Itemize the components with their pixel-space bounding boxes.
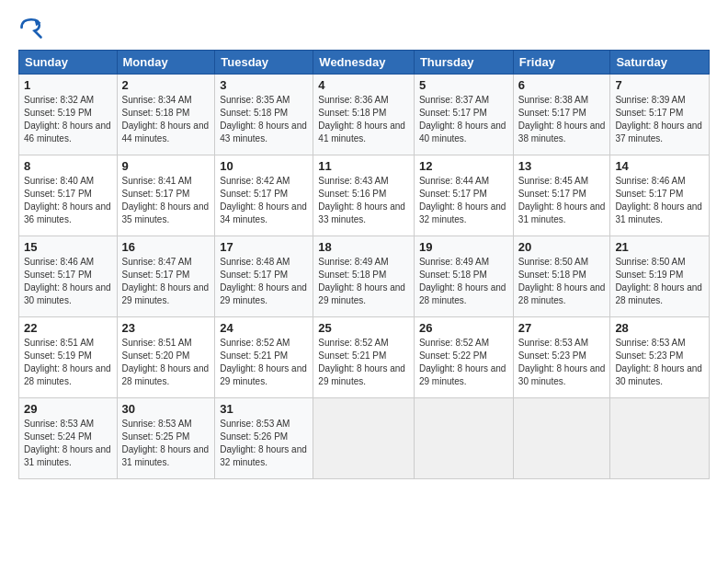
calendar-cell <box>513 398 610 479</box>
day-detail: Sunrise: 8:49 AMSunset: 5:18 PMDaylight:… <box>318 257 405 305</box>
calendar-cell: 8 Sunrise: 8:40 AMSunset: 5:17 PMDayligh… <box>19 155 118 236</box>
day-number: 23 <box>122 321 210 335</box>
day-number: 14 <box>615 159 704 173</box>
day-number: 10 <box>220 159 308 173</box>
calendar-header-friday: Friday <box>513 51 610 75</box>
day-detail: Sunrise: 8:52 AMSunset: 5:21 PMDaylight:… <box>318 338 405 386</box>
calendar-week-3: 15 Sunrise: 8:46 AMSunset: 5:17 PMDaylig… <box>19 236 710 317</box>
day-detail: Sunrise: 8:51 AMSunset: 5:19 PMDaylight:… <box>24 338 111 386</box>
day-detail: Sunrise: 8:51 AMSunset: 5:20 PMDaylight:… <box>122 338 210 386</box>
calendar-cell: 7 Sunrise: 8:39 AMSunset: 5:17 PMDayligh… <box>610 75 710 155</box>
calendar-cell: 21 Sunrise: 8:50 AMSunset: 5:19 PMDaylig… <box>610 236 710 317</box>
day-number: 27 <box>518 321 606 335</box>
calendar-header-monday: Monday <box>117 51 215 75</box>
day-number: 26 <box>419 321 508 335</box>
calendar-cell: 12 Sunrise: 8:44 AMSunset: 5:17 PMDaylig… <box>414 155 513 236</box>
day-detail: Sunrise: 8:41 AMSunset: 5:17 PMDaylight:… <box>122 176 210 224</box>
day-number: 24 <box>220 321 308 335</box>
day-number: 19 <box>419 240 508 254</box>
day-detail: Sunrise: 8:38 AMSunset: 5:17 PMDaylight:… <box>518 95 606 144</box>
calendar-cell: 3 Sunrise: 8:35 AMSunset: 5:18 PMDayligh… <box>215 75 313 155</box>
calendar-cell: 1 Sunrise: 8:32 AMSunset: 5:19 PMDayligh… <box>19 75 118 155</box>
day-detail: Sunrise: 8:35 AMSunset: 5:18 PMDaylight:… <box>220 95 307 144</box>
day-number: 5 <box>419 78 508 92</box>
day-detail: Sunrise: 8:50 AMSunset: 5:18 PMDaylight:… <box>518 257 606 305</box>
day-detail: Sunrise: 8:44 AMSunset: 5:17 PMDaylight:… <box>419 176 506 224</box>
calendar-cell: 17 Sunrise: 8:48 AMSunset: 5:17 PMDaylig… <box>215 236 313 317</box>
calendar-cell: 29 Sunrise: 8:53 AMSunset: 5:24 PMDaylig… <box>19 398 118 479</box>
calendar-cell: 22 Sunrise: 8:51 AMSunset: 5:19 PMDaylig… <box>19 317 118 398</box>
calendar-table: SundayMondayTuesdayWednesdayThursdayFrid… <box>18 50 710 479</box>
calendar-week-5: 29 Sunrise: 8:53 AMSunset: 5:24 PMDaylig… <box>19 398 710 479</box>
day-detail: Sunrise: 8:53 AMSunset: 5:23 PMDaylight:… <box>615 338 702 386</box>
day-number: 8 <box>24 159 112 173</box>
day-detail: Sunrise: 8:37 AMSunset: 5:17 PMDaylight:… <box>419 95 506 144</box>
calendar-cell: 9 Sunrise: 8:41 AMSunset: 5:17 PMDayligh… <box>117 155 215 236</box>
calendar-cell <box>313 398 415 479</box>
day-number: 21 <box>615 240 704 254</box>
calendar-cell <box>610 398 710 479</box>
day-detail: Sunrise: 8:48 AMSunset: 5:17 PMDaylight:… <box>220 257 307 305</box>
calendar-cell: 28 Sunrise: 8:53 AMSunset: 5:23 PMDaylig… <box>610 317 710 398</box>
calendar-header-thursday: Thursday <box>414 51 513 75</box>
day-number: 30 <box>122 402 210 416</box>
logo-icon <box>18 15 44 40</box>
day-detail: Sunrise: 8:46 AMSunset: 5:17 PMDaylight:… <box>615 176 702 224</box>
day-number: 16 <box>122 240 210 254</box>
day-number: 9 <box>122 159 210 173</box>
calendar-cell: 4 Sunrise: 8:36 AMSunset: 5:18 PMDayligh… <box>313 75 415 155</box>
day-number: 13 <box>518 159 606 173</box>
header <box>18 15 710 40</box>
day-number: 31 <box>220 402 308 416</box>
calendar-week-2: 8 Sunrise: 8:40 AMSunset: 5:17 PMDayligh… <box>19 155 710 236</box>
calendar-cell <box>414 398 513 479</box>
day-number: 1 <box>24 78 112 92</box>
day-number: 29 <box>24 402 112 416</box>
day-number: 3 <box>220 78 308 92</box>
day-detail: Sunrise: 8:53 AMSunset: 5:24 PMDaylight:… <box>24 419 111 467</box>
day-detail: Sunrise: 8:42 AMSunset: 5:17 PMDaylight:… <box>220 176 307 224</box>
calendar-cell: 27 Sunrise: 8:53 AMSunset: 5:23 PMDaylig… <box>513 317 610 398</box>
calendar-cell: 23 Sunrise: 8:51 AMSunset: 5:20 PMDaylig… <box>117 317 215 398</box>
calendar-cell: 16 Sunrise: 8:47 AMSunset: 5:17 PMDaylig… <box>117 236 215 317</box>
day-detail: Sunrise: 8:47 AMSunset: 5:17 PMDaylight:… <box>122 257 210 305</box>
calendar-cell: 14 Sunrise: 8:46 AMSunset: 5:17 PMDaylig… <box>610 155 710 236</box>
day-detail: Sunrise: 8:46 AMSunset: 5:17 PMDaylight:… <box>24 257 111 305</box>
calendar-cell: 26 Sunrise: 8:52 AMSunset: 5:22 PMDaylig… <box>414 317 513 398</box>
day-number: 7 <box>615 78 704 92</box>
day-detail: Sunrise: 8:50 AMSunset: 5:19 PMDaylight:… <box>615 257 702 305</box>
calendar-header-sunday: Sunday <box>19 51 118 75</box>
day-number: 25 <box>318 321 409 335</box>
day-number: 18 <box>318 240 409 254</box>
day-number: 6 <box>518 78 606 92</box>
day-detail: Sunrise: 8:52 AMSunset: 5:22 PMDaylight:… <box>419 338 506 386</box>
day-detail: Sunrise: 8:53 AMSunset: 5:23 PMDaylight:… <box>518 338 606 386</box>
calendar-cell: 25 Sunrise: 8:52 AMSunset: 5:21 PMDaylig… <box>313 317 415 398</box>
day-number: 15 <box>24 240 112 254</box>
calendar-cell: 5 Sunrise: 8:37 AMSunset: 5:17 PMDayligh… <box>414 75 513 155</box>
calendar-cell: 20 Sunrise: 8:50 AMSunset: 5:18 PMDaylig… <box>513 236 610 317</box>
calendar-cell: 11 Sunrise: 8:43 AMSunset: 5:16 PMDaylig… <box>313 155 415 236</box>
day-detail: Sunrise: 8:53 AMSunset: 5:25 PMDaylight:… <box>122 419 210 467</box>
calendar-cell: 31 Sunrise: 8:53 AMSunset: 5:26 PMDaylig… <box>215 398 313 479</box>
day-detail: Sunrise: 8:52 AMSunset: 5:21 PMDaylight:… <box>220 338 307 386</box>
calendar-cell: 13 Sunrise: 8:45 AMSunset: 5:17 PMDaylig… <box>513 155 610 236</box>
calendar-cell: 18 Sunrise: 8:49 AMSunset: 5:18 PMDaylig… <box>313 236 415 317</box>
day-number: 20 <box>518 240 606 254</box>
calendar-cell: 10 Sunrise: 8:42 AMSunset: 5:17 PMDaylig… <box>215 155 313 236</box>
day-detail: Sunrise: 8:36 AMSunset: 5:18 PMDaylight:… <box>318 95 405 144</box>
calendar-header-wednesday: Wednesday <box>313 51 415 75</box>
logo <box>18 15 48 40</box>
calendar-week-1: 1 Sunrise: 8:32 AMSunset: 5:19 PMDayligh… <box>19 75 710 155</box>
day-number: 28 <box>615 321 704 335</box>
day-number: 11 <box>318 159 409 173</box>
day-detail: Sunrise: 8:39 AMSunset: 5:17 PMDaylight:… <box>615 95 702 144</box>
day-detail: Sunrise: 8:43 AMSunset: 5:16 PMDaylight:… <box>318 176 405 224</box>
day-detail: Sunrise: 8:49 AMSunset: 5:18 PMDaylight:… <box>419 257 506 305</box>
page: SundayMondayTuesdayWednesdayThursdayFrid… <box>0 0 728 563</box>
calendar-cell: 30 Sunrise: 8:53 AMSunset: 5:25 PMDaylig… <box>117 398 215 479</box>
day-number: 17 <box>220 240 308 254</box>
calendar-cell: 24 Sunrise: 8:52 AMSunset: 5:21 PMDaylig… <box>215 317 313 398</box>
calendar-cell: 2 Sunrise: 8:34 AMSunset: 5:18 PMDayligh… <box>117 75 215 155</box>
calendar-cell: 15 Sunrise: 8:46 AMSunset: 5:17 PMDaylig… <box>19 236 118 317</box>
